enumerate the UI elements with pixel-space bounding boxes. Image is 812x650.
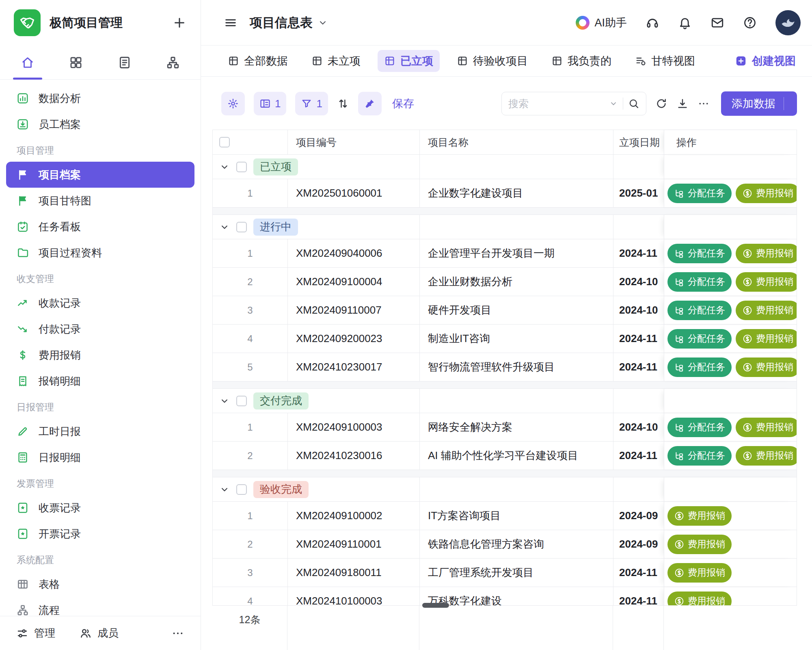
project-date-cell: 2024-11 [613,353,664,381]
sidebar-item[interactable]: 任务看板 [6,214,194,240]
expense-button[interactable]: 费用报销 [736,329,797,349]
add-app-icon[interactable] [172,15,187,30]
assign-task-button[interactable]: 分配任务 [667,184,732,203]
pin-button[interactable] [358,92,382,115]
view-tab[interactable]: 待验收项目 [450,50,534,72]
sort-icon[interactable] [337,98,349,110]
column-header-code[interactable]: 项目编号 [288,130,420,154]
expense-button[interactable]: 费用报销 [667,506,732,526]
table-row[interactable]: 1XM202409100003网络安全解决方案2024-10分配任务费用报销 [213,413,797,442]
sidebar-item[interactable]: 表格 [6,571,194,597]
sidebar-item[interactable]: 项目档案 [6,162,194,188]
view-tab[interactable]: 全部数据 [221,50,294,72]
group-checkbox[interactable] [236,222,247,232]
group-checkbox[interactable] [236,484,247,495]
view-tab[interactable]: 已立项 [378,50,440,72]
expense-button[interactable]: 费用报销 [736,244,797,263]
horizontal-scrollbar-thumb[interactable] [422,603,449,608]
expense-button[interactable]: 费用报销 [736,446,797,466]
sidebar-item[interactable]: 项目甘特图 [6,188,194,214]
table-row[interactable]: 1XM202409100002IT方案咨询项目2024-09费用报销 [213,502,797,530]
group-date-cell [613,215,664,239]
sidebar-tab-home[interactable] [5,46,50,79]
download-icon[interactable] [676,98,689,110]
sidebar-tab-tables[interactable] [53,46,99,79]
row-number: 1 [213,502,288,530]
sidebar-item[interactable]: 收款记录 [6,290,194,316]
create-view-button[interactable]: 创建视图 [735,54,796,68]
table-row[interactable]: 3XM202409110007硬件开发项目2024-10分配任务费用报销 [213,296,797,325]
add-data-button[interactable]: 添加数据 [721,91,797,116]
ai-assistant-button[interactable]: AI助手 [576,15,627,30]
column-header-name[interactable]: 项目名称 [420,130,613,154]
add-data-chevron-icon[interactable] [784,99,797,108]
table-row[interactable]: 3XM202409180011工厂管理系统开发项目2024-11费用报销 [213,559,797,587]
expense-button[interactable]: 费用报销 [736,301,797,320]
table-row[interactable]: 2XM202409110001铁路信息化管理方案咨询2024-09费用报销 [213,530,797,559]
sidebar-item[interactable]: 开票记录 [6,521,194,547]
assign-task-button[interactable]: 分配任务 [667,244,732,263]
sidebar-tab-workflow[interactable] [150,46,196,79]
fields-config-button[interactable]: 1 [254,92,286,115]
group-name-cell [420,155,613,179]
sidebar-item[interactable]: 流程 [6,597,194,616]
view-tab[interactable]: 未立项 [305,50,367,72]
expense-button[interactable]: 费用报销 [736,418,797,437]
notifications-icon[interactable] [678,16,692,30]
chevron-down-icon[interactable] [219,484,230,495]
view-tab[interactable]: 我负责的 [545,50,618,72]
table-row[interactable]: 1XM202409040006企业管理平台开发项目一期2024-11分配任务费用… [213,239,797,268]
user-avatar[interactable] [775,10,801,35]
chevron-down-icon[interactable] [219,222,230,232]
sidebar-tab-docs[interactable] [102,46,147,79]
table-row[interactable]: 5XM202410230017智行物流管理软件升级项目2024-11分配任务费用… [213,353,797,381]
table-row[interactable]: 2XM202409100004企业业财数据分析2024-10分配任务费用报销 [213,268,797,296]
manage-button[interactable]: 管理 [16,626,55,640]
group-checkbox[interactable] [236,162,247,172]
search-icon[interactable] [628,98,639,109]
assign-task-button[interactable]: 分配任务 [667,446,732,466]
more-icon[interactable] [171,627,184,640]
settings-button[interactable] [221,92,245,115]
members-button[interactable]: 成员 [80,626,119,640]
sidebar-item[interactable]: 工时日报 [6,418,194,444]
sidebar-item[interactable]: 费用报销 [6,342,194,368]
sidebar-item[interactable]: 收票记录 [6,495,194,521]
expense-button[interactable]: 费用报销 [736,184,797,203]
sidebar-item[interactable]: 员工档案 [6,111,194,137]
assign-task-button[interactable]: 分配任务 [667,358,732,377]
table-row[interactable]: 1XM202501060001企业数字化建设项目2025-01分配任务费用报销 [213,179,797,208]
expense-button[interactable]: 费用报销 [736,272,797,292]
assign-task-button[interactable]: 分配任务 [667,272,732,292]
help-icon[interactable] [743,16,757,30]
expense-button[interactable]: 费用报销 [667,563,732,583]
sidebar-item[interactable]: 报销明细 [6,368,194,394]
search-input[interactable]: 搜索 [501,92,646,115]
chevron-down-icon[interactable] [219,162,230,172]
chevron-down-icon[interactable] [219,396,230,406]
table-row[interactable]: 4XM202409200023制造业IT咨询2024-11分配任务费用报销 [213,325,797,353]
column-header-date[interactable]: 立项日期 [613,130,664,154]
expense-button[interactable]: 费用报销 [667,535,732,554]
filter-button[interactable]: 1 [295,92,328,115]
support-icon[interactable] [646,16,659,30]
save-button[interactable]: 保存 [392,96,414,111]
view-tab[interactable]: 甘特视图 [628,50,702,72]
title-chevron-icon[interactable] [317,17,328,28]
sidebar-item[interactable]: 付款记录 [6,316,194,342]
more-actions-icon[interactable] [698,98,710,110]
inbox-icon[interactable] [710,16,724,30]
table-row[interactable]: 2XM202410230016AI 辅助个性化学习平台建设项目2024-11分配… [213,442,797,470]
select-all-checkbox[interactable] [219,137,230,147]
assign-task-button[interactable]: 分配任务 [667,418,732,437]
assign-task-button[interactable]: 分配任务 [667,301,732,320]
collapse-sidebar-icon[interactable] [224,16,238,30]
expense-button[interactable]: 费用报销 [736,358,797,377]
sidebar-item[interactable]: 数据分析 [6,85,194,111]
search-scope-chevron-icon[interactable] [609,99,618,108]
assign-task-button[interactable]: 分配任务 [667,329,732,349]
sync-icon[interactable] [655,98,667,110]
sidebar-item[interactable]: 项目过程资料 [6,240,194,266]
group-checkbox[interactable] [236,396,247,406]
sidebar-item[interactable]: 日报明细 [6,444,194,470]
